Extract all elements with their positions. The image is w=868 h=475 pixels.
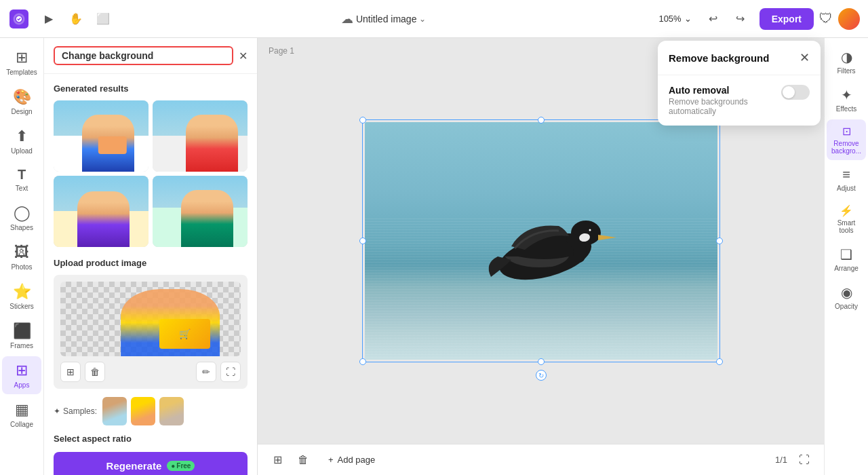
regenerate-button[interactable]: Regenerate ● Free — [54, 452, 248, 475]
svg-point-4 — [589, 229, 591, 231]
samples-star-icon: ✦ — [54, 406, 60, 416]
right-item-opacity[interactable]: ◉ Opacity — [827, 279, 866, 316]
filters-label: Filters — [837, 67, 855, 75]
generated-result-3[interactable] — [54, 176, 149, 247]
templates-icon: ⊞ — [16, 49, 28, 66]
zoom-level: 105% — [658, 14, 681, 24]
templates-label: Templates — [6, 69, 37, 76]
sample-thumb-2[interactable] — [131, 397, 155, 425]
frames-label: Frames — [10, 342, 33, 349]
remove-bg-close-button[interactable]: ✕ — [800, 50, 810, 65]
canvas-frame[interactable]: ↻ — [365, 122, 717, 360]
effects-icon: ✦ — [841, 87, 852, 103]
upload-tools: ⊞ 🗑 ✏ ⛶ — [60, 362, 241, 382]
sidebar-item-frames[interactable]: ⬛ Frames — [2, 317, 41, 355]
zoom-chevron-icon: ⌄ — [684, 14, 692, 24]
photos-icon: 🖼 — [14, 244, 29, 261]
generated-result-2-inner — [153, 100, 248, 172]
auto-removal-toggle[interactable] — [781, 85, 810, 100]
design-label: Design — [11, 108, 32, 115]
sidebar-item-upload[interactable]: ⬆ Upload — [2, 122, 41, 160]
header: ▶ ✋ ⬜ ☁ Untitled image ⌄ 105% ⌄ ↩ ↪ Expo… — [0, 0, 868, 38]
generated-result-2[interactable] — [153, 100, 248, 172]
right-item-remove-bg[interactable]: ⊡ Removebackgro... — [827, 119, 866, 160]
undo-button[interactable]: ↩ — [701, 7, 726, 31]
grid-view-button[interactable]: ⊞ — [267, 450, 288, 470]
text-label: Text — [16, 185, 28, 192]
sample-thumb-1[interactable] — [102, 397, 127, 425]
stickers-icon: ⭐ — [13, 283, 31, 301]
rotate-handle[interactable]: ↻ — [536, 370, 547, 381]
upload-delete-button[interactable]: 🗑 — [85, 362, 105, 382]
header-left-tools: ▶ ✋ ⬜ — [37, 7, 115, 31]
collage-label: Collage — [10, 421, 33, 428]
generated-result-3-inner — [54, 176, 149, 247]
right-item-arrange[interactable]: ❑ Arrange — [827, 241, 866, 278]
sidebar-item-templates[interactable]: ⊞ Templates — [2, 43, 41, 81]
auto-removal-label: Auto removal — [669, 85, 774, 96]
upload-expand-button[interactable]: ⛶ — [220, 362, 241, 382]
sample-thumb-3[interactable] — [159, 397, 184, 425]
sidebar-item-apps[interactable]: ⊞ Apps — [2, 356, 41, 394]
adjust-label: Adjust — [837, 185, 856, 192]
delete-page-button[interactable]: 🗑 — [293, 450, 313, 470]
hand-tool-button[interactable]: ✋ — [64, 7, 88, 31]
stickers-label: Stickers — [9, 303, 34, 310]
bottom-right: 1/1 ⛶ — [775, 450, 814, 470]
generated-result-4[interactable] — [153, 176, 248, 247]
right-item-adjust[interactable]: ≡ Adjust — [827, 162, 866, 197]
panel-title: Change background — [54, 46, 233, 65]
shield-icon[interactable]: 🛡 — [819, 11, 833, 26]
remove-background-panel: Remove background ✕ Auto removal Remove … — [658, 41, 821, 126]
main-layout: ⊞ Templates 🎨 Design ⬆ Upload T Text ◯ S… — [0, 38, 868, 475]
play-button[interactable]: ▶ — [37, 7, 61, 31]
arrange-label: Arrange — [834, 265, 859, 272]
logo[interactable] — [8, 8, 30, 30]
doc-cloud-icon: ☁ — [341, 12, 353, 26]
sidebar-item-text[interactable]: T Text — [2, 162, 41, 197]
generated-result-1[interactable] — [54, 100, 149, 172]
add-page-label: Add page — [338, 455, 376, 465]
remove-bg-title: Remove background — [669, 52, 800, 64]
smart-tools-icon: ⚡ — [840, 204, 853, 217]
fullscreen-button[interactable]: ⛶ — [794, 450, 814, 470]
panel-close-button[interactable]: ✕ — [239, 50, 248, 62]
header-right-actions: Export 🛡 — [760, 8, 860, 30]
user-avatar[interactable] — [838, 8, 860, 30]
add-page-button[interactable]: + Add page — [320, 451, 383, 469]
sidebar-item-shapes[interactable]: ◯ Shapes — [2, 199, 41, 237]
right-item-effects[interactable]: ✦ Effects — [827, 81, 866, 118]
regenerate-label: Regenerate — [106, 460, 162, 472]
zoom-control[interactable]: 105% ⌄ — [652, 11, 698, 26]
aspect-ratio-title: Select aspect ratio — [54, 434, 248, 444]
sidebar-item-stickers[interactable]: ⭐ Stickers — [2, 278, 41, 316]
right-item-filters[interactable]: ◑ Filters — [827, 43, 866, 80]
samples-row: ✦ Samples: — [54, 397, 248, 425]
export-button[interactable]: Export — [760, 8, 814, 30]
shapes-icon: ◯ — [14, 204, 31, 222]
design-icon: 🎨 — [13, 88, 31, 106]
collage-icon: ▦ — [15, 401, 29, 419]
layout-button[interactable]: ⬜ — [91, 7, 115, 31]
sidebar-item-design[interactable]: 🎨 Design — [2, 83, 41, 121]
upload-edit-button[interactable]: ✏ — [196, 362, 216, 382]
auto-removal-desc: Remove backgrounds automatically — [669, 97, 774, 116]
upload-grid-button[interactable]: ⊞ — [60, 362, 81, 382]
apps-icon: ⊞ — [16, 362, 28, 379]
right-item-smart-tools[interactable]: ⚡ Smarttools — [827, 199, 866, 240]
shapes-label: Shapes — [10, 224, 33, 231]
redo-button[interactable]: ↪ — [728, 7, 753, 31]
generated-results-grid — [54, 100, 248, 247]
adjust-icon: ≡ — [842, 167, 850, 183]
photos-label: Photos — [11, 263, 32, 271]
free-label: Free — [176, 462, 191, 470]
left-sidebar: ⊞ Templates 🎨 Design ⬆ Upload T Text ◯ S… — [0, 38, 44, 475]
sidebar-item-collage[interactable]: ▦ Collage — [2, 396, 41, 434]
upload-icon: ⬆ — [16, 128, 28, 145]
opacity-icon: ◉ — [841, 284, 852, 301]
generated-result-1-inner — [54, 100, 149, 172]
sidebar-item-photos[interactable]: 🖼 Photos — [2, 238, 41, 276]
document-title-area[interactable]: ☁ Untitled image ⌄ — [341, 12, 427, 26]
auto-removal-row: Auto removal Remove backgrounds automati… — [669, 85, 810, 116]
arrange-icon: ❑ — [840, 246, 852, 263]
